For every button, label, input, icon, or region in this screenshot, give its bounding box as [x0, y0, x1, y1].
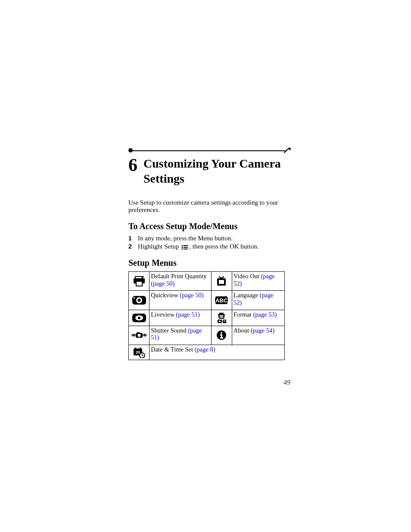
cell-print-quantity: Default Print Quantity (page 50): [149, 272, 212, 291]
table-row: Quickview (page 50) ABC Language (page 5…: [129, 291, 285, 310]
shutter-sound-icon: [129, 326, 149, 345]
page-link[interactable]: (page 54): [251, 327, 274, 334]
table-row: Shutter Sound (page 51) About (page 54): [129, 326, 285, 345]
cell-date-time: Date & Time Set (page 8): [149, 345, 285, 360]
svg-rect-34: [135, 348, 136, 349]
svg-rect-20: [222, 315, 223, 318]
quickview-icon: [129, 291, 149, 310]
svg-point-27: [137, 334, 140, 337]
svg-rect-26: [137, 332, 140, 333]
step-text-post: , then press the OK button.: [189, 243, 258, 250]
svg-point-12: [137, 299, 140, 302]
cell-label: Video Out: [234, 273, 261, 280]
svg-point-2: [182, 246, 183, 248]
table-row: Liveview (page 51): [129, 310, 285, 326]
step-text: In any mode, press the Menu button.: [138, 235, 233, 242]
format-icon: [211, 310, 232, 326]
svg-rect-5: [184, 249, 188, 249]
svg-rect-7: [136, 281, 142, 286]
svg-rect-18: [220, 315, 221, 318]
chapter-rule: [128, 144, 291, 152]
svg-rect-17: [219, 313, 224, 314]
chapter-number: 6: [128, 156, 137, 174]
svg-rect-35: [140, 348, 141, 349]
rule-arrow-icon: [283, 146, 291, 153]
cell-label: Liveview: [151, 311, 176, 318]
video-out-icon: [211, 272, 232, 291]
svg-rect-31: [221, 334, 222, 338]
cell-label: Default Print Quantity: [151, 273, 207, 280]
chapter-title: Customizing Your Camera Settings: [143, 156, 291, 186]
page-link[interactable]: (page 8): [195, 346, 215, 353]
table-row: 28 Date & Time Set (page 8): [129, 345, 285, 360]
date-time-icon: 28: [129, 345, 149, 360]
heading-setup-menus: Setup Menus: [128, 258, 291, 268]
page-link[interactable]: (page 50): [180, 292, 203, 299]
cell-about: About (page 54): [232, 326, 284, 345]
svg-point-29: [221, 332, 222, 334]
rule-line: [130, 150, 285, 151]
cell-language: Language (page 52): [232, 291, 284, 310]
step-2: 2 Highlight Setup , then press the OK bu…: [128, 243, 291, 250]
cell-label: Language: [234, 292, 260, 299]
cell-shutter-sound: Shutter Sound (page 51): [149, 326, 212, 345]
setup-menus-table: Default Print Quantity (page 50) Video O…: [128, 271, 285, 360]
liveview-icon: [129, 310, 149, 326]
svg-point-22: [219, 320, 221, 322]
svg-rect-3: [184, 247, 188, 248]
svg-text:ABC: ABC: [215, 297, 228, 304]
step-text-pre: Highlight Setup: [138, 243, 181, 250]
svg-rect-9: [219, 280, 224, 284]
step-number: 1: [128, 235, 134, 242]
intro-paragraph: Use Setup to customize camera settings a…: [128, 199, 291, 214]
setup-list-icon: [181, 245, 188, 250]
page-link[interactable]: (page 51): [176, 311, 200, 318]
cell-label: Shutter Sound: [151, 327, 188, 334]
table-row: Default Print Quantity (page 50) Video O…: [129, 272, 285, 291]
page-link[interactable]: (page 53): [253, 311, 277, 318]
page-link[interactable]: (page 50): [151, 280, 174, 287]
page-number: 49: [283, 379, 290, 386]
heading-access-setup: To Access Setup Mode/Menus: [128, 221, 291, 231]
cell-label: Date & Time Set: [151, 346, 195, 353]
cell-quickview: Quickview (page 50): [149, 291, 212, 310]
svg-text:28: 28: [136, 350, 140, 355]
cell-label: About: [234, 327, 251, 334]
cell-label: Quickview: [151, 292, 180, 299]
step-text: Highlight Setup , then press the OK butt…: [138, 243, 258, 250]
svg-point-4: [182, 248, 183, 249]
svg-rect-24: [224, 320, 225, 321]
svg-rect-19: [221, 315, 222, 318]
cell-video-out: Video Out (page 52): [232, 272, 284, 291]
svg-rect-32: [220, 337, 223, 339]
cell-liveview: Liveview (page 51): [149, 310, 212, 326]
about-icon: [211, 326, 232, 345]
language-icon: ABC: [211, 291, 232, 310]
step-number: 2: [128, 243, 134, 250]
step-1: 1 In any mode, press the Menu button.: [128, 235, 291, 242]
cell-format: Format (page 53): [232, 310, 284, 326]
print-quantity-icon: [129, 272, 149, 291]
svg-point-16: [138, 317, 140, 319]
svg-point-0: [182, 245, 183, 246]
cell-label: Format: [234, 311, 253, 318]
svg-rect-1: [184, 245, 188, 246]
